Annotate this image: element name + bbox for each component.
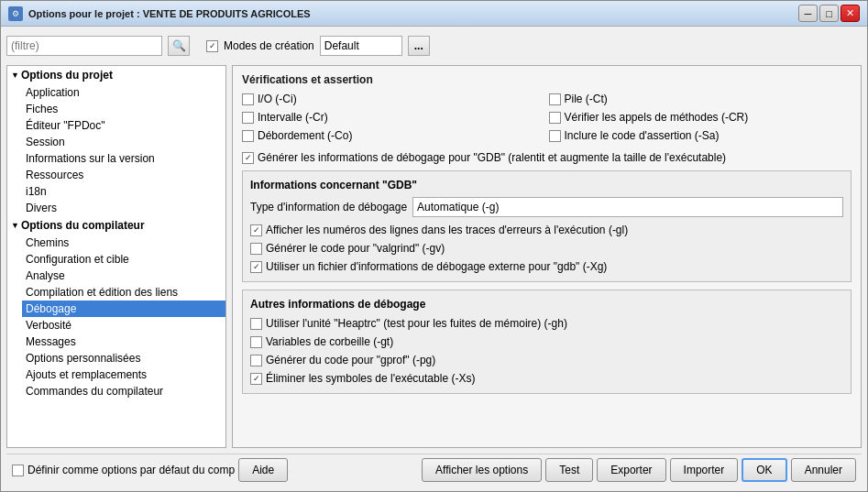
verif-check-grid: I/O (-Ci) Pile (-Ct) Intervalle (-Cr) Vé…	[242, 92, 852, 143]
minimize-button[interactable]: ─	[798, 5, 818, 22]
sidebar-item-debogage[interactable]: Débogage	[22, 301, 225, 317]
sidebar-item-editeur[interactable]: Éditeur "FPDoc"	[22, 117, 225, 134]
close-button[interactable]: ✕	[841, 5, 860, 22]
gdb-main-label: Générer les informations de débogage pou…	[258, 151, 726, 164]
sidebar-item-divers[interactable]: Divers	[22, 200, 225, 216]
check-row-eliminer: Éliminer les symboles de l'exécutable (-…	[250, 371, 843, 386]
check-external-gdb-label: Utiliser un fichier d'informations de dé…	[266, 260, 607, 273]
modes-ellipsis-button[interactable]: ...	[408, 36, 430, 56]
window-title: Options pour le projet : VENTE DE PRODUI…	[28, 8, 311, 19]
sidebar-section-project-label: Options du projet	[21, 69, 113, 82]
debug-type-select[interactable]: Automatique (-g) Ligne (-gl) Local (-glo…	[412, 197, 843, 217]
main-area: ▼ Options du projet Application Fiches É…	[6, 65, 862, 448]
sidebar-project-children: Application Fiches Éditeur "FPDoc" Sessi…	[7, 84, 225, 216]
check-default-options[interactable]	[12, 465, 24, 476]
sidebar-item-compilation[interactable]: Compilation et édition des liens	[22, 284, 225, 301]
sidebar-section-compiler[interactable]: ▼ Options du compilateur	[7, 216, 225, 235]
aide-button[interactable]: Aide	[238, 458, 288, 482]
check-debordement-label: Débordement (-Co)	[258, 129, 352, 142]
sidebar-item-chemins[interactable]: Chemins	[22, 235, 225, 251]
ok-button[interactable]: OK	[742, 458, 786, 482]
sidebar-item-options-perso[interactable]: Options personnalisées	[22, 350, 225, 366]
check-corbeille-label: Variables de corbeille (-gt)	[266, 335, 393, 348]
sidebar-item-verbosite[interactable]: Verbosité	[22, 317, 225, 333]
check-io-label: I/O (-Ci)	[258, 93, 297, 105]
filter-input[interactable]	[6, 36, 162, 56]
gdb-section-box: Informations concernant "GDB" Type d'inf…	[242, 170, 852, 282]
check-eliminer[interactable]	[250, 373, 262, 385]
check-row-verifier: Vérifier les appels de méthodes (-CR)	[549, 110, 852, 125]
check-row-assertion: Inclure le code d'assertion (-Sa)	[549, 128, 852, 143]
check-lignes[interactable]	[250, 224, 262, 236]
test-button[interactable]: Test	[545, 458, 593, 482]
check-intervalle[interactable]	[242, 112, 254, 124]
sidebar-item-version[interactable]: Informations sur la version	[22, 150, 225, 167]
afficher-button[interactable]: Afficher les options	[422, 458, 542, 482]
debug-type-row: Type d'information de débogage Automatiq…	[250, 197, 843, 217]
debug-type-label: Type d'information de débogage	[250, 201, 407, 213]
sidebar-section-project[interactable]: ▼ Options du projet	[7, 66, 225, 84]
bottom-bar: Définir comme options par défaut du comp…	[6, 454, 862, 486]
importer-button[interactable]: Importer	[670, 458, 739, 482]
sidebar-item-ajouts[interactable]: Ajouts et remplacements	[22, 366, 225, 383]
sidebar-item-i18n[interactable]: i18n	[22, 183, 225, 200]
sidebar-item-messages[interactable]: Messages	[22, 333, 225, 350]
check-external-gdb[interactable]	[250, 261, 262, 273]
default-options-label: Définir comme options par défaut du comp	[27, 464, 235, 476]
gdb-section-title: Informations concernant "GDB"	[250, 179, 843, 191]
maximize-button[interactable]: □	[819, 5, 839, 22]
check-row-io: I/O (-Ci)	[242, 92, 545, 106]
search-button[interactable]: 🔍	[168, 36, 190, 56]
modes-creation-checkbox[interactable]	[206, 40, 218, 52]
check-pile-label: Pile (-Ct)	[565, 93, 608, 105]
modes-creation-label: Modes de création	[224, 39, 314, 52]
content-area: 🔍 Modes de création Default ... ▼ Option…	[1, 27, 867, 491]
check-verifier-label: Vérifier les appels de méthodes (-CR)	[565, 111, 749, 124]
expand-arrow-compiler: ▼	[11, 221, 19, 230]
verif-title: Vérifications et assertion	[242, 73, 852, 86]
check-row-corbeille: Variables de corbeille (-gt)	[250, 334, 843, 349]
titlebar-controls: ─ □ ✕	[798, 5, 860, 22]
sidebar-item-application[interactable]: Application	[22, 84, 225, 101]
expand-arrow-project: ▼	[11, 71, 19, 80]
top-bar: 🔍 Modes de création Default ...	[6, 32, 862, 60]
check-corbeille[interactable]	[250, 336, 262, 348]
other-section-title: Autres informations de débogage	[250, 298, 843, 311]
check-valgrind[interactable]	[250, 243, 262, 255]
check-verifier[interactable]	[549, 112, 561, 124]
sidebar-item-commandes[interactable]: Commandes du compilateur	[22, 383, 225, 399]
check-heaptrc-label: Utiliser l'unité "Heaptrc" (test pour le…	[266, 317, 567, 330]
modes-select[interactable]: Default	[320, 36, 402, 56]
titlebar-left: ⚙ Options pour le projet : VENTE DE PROD…	[8, 6, 311, 21]
check-io[interactable]	[242, 93, 254, 105]
bottom-right: Afficher les options Test Exporter Impor…	[422, 458, 856, 482]
check-valgrind-label: Générer le code pour "valgrind" (-gv)	[266, 242, 445, 255]
check-lignes-label: Afficher les numéros des lignes dans les…	[266, 224, 628, 236]
check-gprof-label: Générer du code pour "gprof" (-pg)	[266, 354, 435, 366]
window-icon: ⚙	[8, 6, 23, 21]
check-gdb-main[interactable]	[242, 152, 254, 164]
sidebar-item-session[interactable]: Session	[22, 134, 225, 150]
check-heaptrc[interactable]	[250, 318, 262, 330]
check-debordement[interactable]	[242, 130, 254, 142]
check-row-valgrind: Générer le code pour "valgrind" (-gv)	[250, 241, 843, 256]
gdb-main-row: Générer les informations de débogage pou…	[242, 150, 852, 165]
check-pile[interactable]	[549, 93, 561, 105]
sidebar-item-config[interactable]: Configuration et cible	[22, 251, 225, 268]
sidebar-item-fiches[interactable]: Fiches	[22, 101, 225, 117]
check-assertion[interactable]	[549, 130, 561, 142]
check-row-lignes: Afficher les numéros des lignes dans les…	[250, 223, 843, 237]
check-eliminer-label: Éliminer les symboles de l'exécutable (-…	[266, 372, 475, 385]
main-window: ⚙ Options pour le projet : VENTE DE PROD…	[0, 0, 868, 492]
annuler-button[interactable]: Annuler	[791, 458, 856, 482]
check-gprof[interactable]	[250, 355, 262, 366]
sidebar: ▼ Options du projet Application Fiches É…	[6, 65, 226, 448]
check-row-external-gdb: Utiliser un fichier d'informations de dé…	[250, 259, 843, 274]
sidebar-item-analyse[interactable]: Analyse	[22, 268, 225, 284]
check-row-intervalle: Intervalle (-Cr)	[242, 110, 545, 125]
sidebar-item-ressources[interactable]: Ressources	[22, 167, 225, 183]
sidebar-section-compiler-label: Options du compilateur	[21, 219, 145, 232]
check-intervalle-label: Intervalle (-Cr)	[258, 111, 328, 124]
exporter-button[interactable]: Exporter	[597, 458, 665, 482]
right-panel: Vérifications et assertion I/O (-Ci) Pil…	[232, 65, 862, 448]
